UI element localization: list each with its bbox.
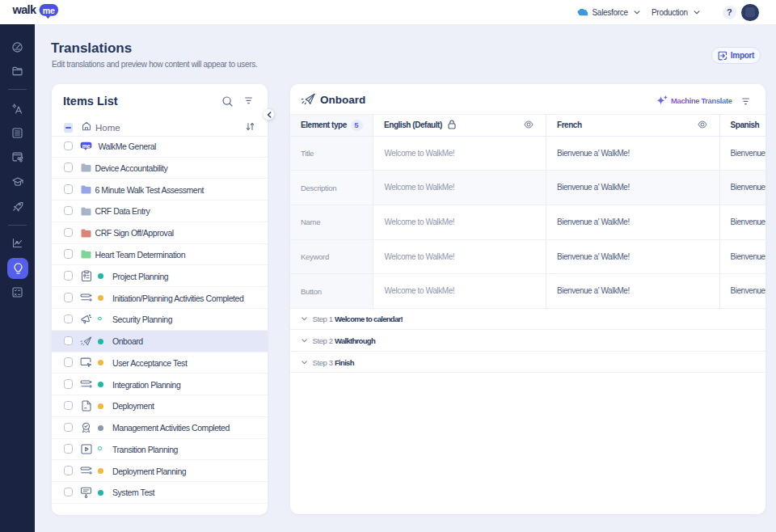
svg-text:walk: walk [12,3,37,16]
svg-text:me: me [43,6,55,15]
svg-text:me: me [82,143,91,149]
